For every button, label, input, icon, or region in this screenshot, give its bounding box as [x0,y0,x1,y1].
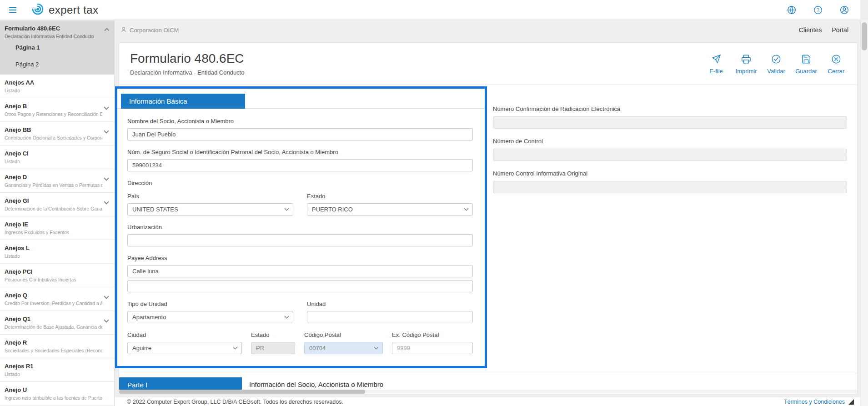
sidebar-item-title: Anejo PCI [5,268,102,275]
sidebar-item-title: Anejo U [5,386,102,393]
sidebar-item-anejos-l[interactable]: Anejos L Listado [0,240,114,264]
efile-button[interactable]: E-file [704,54,728,75]
payee-address-input-1[interactable] [127,265,473,277]
sidebar-item-anejo-r[interactable]: Anejo R Sociedades y Sociedades Especial… [0,335,114,358]
sidebar-item-anejo-ci[interactable]: Anejo CI Listado [0,145,114,169]
sidebar-item-subtitle: Determinación de la Contribución Sobre G… [5,206,102,211]
sidebar-item-title: Anejo Q1 [5,316,102,322]
numero-control-label: Número de Control [493,138,847,145]
estado-value: PUERTO RICO [312,206,465,213]
ex-codigo-postal-label: Ex. Código Postal [392,331,473,338]
close-circle-icon [831,54,841,65]
imprimir-label: Imprimir [736,68,757,75]
logo-text: expert tax [49,4,98,16]
sidebar-item-anejos-r1[interactable]: Anejos R1 Listado [0,358,114,382]
sidebar-item-anejo-bb[interactable]: Anejo BB Contribución Opcional a Socieda… [0,122,114,145]
chevron-down-icon [285,314,289,319]
user-account-icon[interactable] [839,5,849,15]
pais-select[interactable]: UNITED STATES [127,203,293,216]
app-window: expert tax ? Formulario 480.6EC Declarac… [0,0,868,406]
sidebar-item-title: Anejo D [5,174,102,180]
sidebar-item-anejo-u[interactable]: Anejo U Ingreso neto atribuible a las fu… [0,382,114,406]
numero-control-informativa-original-label: Número Control Informativa Original [493,170,847,177]
cerrar-button[interactable]: Cerrar [824,54,848,75]
chevron-down-icon [374,345,379,350]
sidebar-item-anejo-gi[interactable]: Anejo GI Determinación de la Contribució… [0,193,114,216]
corner-triangle-icon [848,399,854,405]
help-icon[interactable]: ? [813,5,823,15]
sidebar-item-anejo-q1[interactable]: Anejo Q1 Determinación de Base Ajustada,… [0,311,114,335]
hamburger-menu-icon[interactable] [8,5,17,15]
tipo-unidad-value: Apartamento [132,314,285,321]
chevron-down-icon [104,294,109,299]
top-bar: expert tax ? [0,0,860,20]
sidebar-item-title: Anejo BB [5,126,102,133]
urbanizacion-input[interactable] [127,234,473,246]
imprimir-button[interactable]: Imprimir [734,54,758,75]
numero-control-informativa-original-input [493,181,847,193]
informacion-basica-section: Información Básica Nombre del Socio, Acc… [115,86,487,368]
unidad-label: Unidad [307,301,473,307]
unidad-input[interactable] [307,311,473,323]
horizontal-scrollbar-thumb[interactable] [119,390,365,394]
chevron-down-icon [104,128,109,133]
ciudad-select[interactable]: Aguirre [127,342,242,354]
ssn-input[interactable] [127,159,473,171]
tab-informacion-basica[interactable]: Información Básica [121,94,245,109]
person-icon [120,26,127,34]
sidebar-item-subtitle: Listado [5,88,102,93]
vertical-scrollbar-thumb[interactable] [862,22,867,50]
sidebar-item-title: Anejo B [5,103,102,110]
tipo-unidad-select[interactable]: Apartamento [127,311,293,323]
codigo-postal-value: 00704 [309,345,375,351]
sidebar-item-title: Anejo CI [5,150,102,157]
sidebar-item-title: Anejo R [5,339,102,346]
nombre-input[interactable] [127,128,473,140]
estado-abbr-label: Estado [251,331,295,338]
printer-icon [741,54,751,65]
sidebar-item-subtitle: Ingresos Excluidos y Excentos [5,230,102,235]
sidebar-item-subtitle: Credito Por Inversion, Perdidas y Cantid… [5,301,102,306]
clientes-link[interactable]: Clientes [799,26,822,34]
sidebar-active-title: Formulario 480.6EC [5,25,94,32]
cerrar-label: Cerrar [828,68,845,75]
codigo-postal-select[interactable]: 00704 [304,342,383,354]
sidebar-item-anejo-pci[interactable]: Anejo PCI Posiciones Contributivas Incie… [0,264,114,287]
form-header: Formulario 480.6EC Declaración Informati… [119,43,857,85]
horizontal-scrollbar [119,390,857,394]
sidebar-item-title: Anejo Q [5,292,102,299]
form-body: Información Básica Nombre del Socio, Acc… [119,85,857,394]
sidebar-item-anejo-ie[interactable]: Anejo IE Ingresos Excluidos y Excentos [0,216,114,240]
ssn-label: Núm. de Seguro Social o Identificación P… [127,149,473,155]
sidebar-item-title: Anejos R1 [5,363,102,370]
portal-link[interactable]: Portal [832,26,848,34]
ex-codigo-postal-input[interactable] [392,342,473,354]
estado-select[interactable]: PUERTO RICO [307,203,473,216]
ciudad-value: Aguirre [132,345,234,351]
parte-i-heading: Información del Socio, Accionista o Miem… [249,381,383,388]
sidebar-item-formulario-480-6ec[interactable]: Formulario 480.6EC Declaración Informati… [0,20,114,75]
sidebar-page-1[interactable]: Página 1 [0,39,114,56]
validar-button[interactable]: Validar [764,54,788,75]
chevron-down-icon [233,345,238,350]
sidebar-item-anejo-b[interactable]: Anejo B Otros Pagos y Retenciones y Reco… [0,98,114,122]
numero-control-input [493,149,847,161]
nombre-label: Nombre del Socio, Accionista o Miembro [127,118,473,125]
globe-icon[interactable] [787,5,797,15]
chevron-down-icon [104,317,109,322]
terminos-y-condiciones-link[interactable]: Términos y Condiciones [784,399,845,405]
copyright-text: © 2022 Computer Expert Group, LLC D/B/A … [127,399,343,405]
sidebar-page-2[interactable]: Página 2 [0,56,114,73]
payee-address-input-2[interactable] [127,280,473,292]
payee-address-label: Payee Address [127,255,473,261]
guardar-button[interactable]: Guardar [794,54,818,75]
sidebar-item-title: Anejos L [5,245,102,251]
sidebar-item-anejo-d[interactable]: Anejo D Ganancias y Pérdidas en Ventas o… [0,169,114,193]
sidebar-item-title: Anejo GI [5,197,102,204]
numero-confirmacion-label: Número Confirmación de Radicación Electr… [493,105,847,112]
sidebar-item-anejos-aa[interactable]: Anejos AA Listado [0,75,114,98]
chevron-up-icon [104,28,109,33]
sidebar-item-anejo-q[interactable]: Anejo Q Credito Por Inversion, Perdidas … [0,287,114,311]
vertical-scrollbar [860,20,868,406]
validar-label: Validar [767,68,785,75]
